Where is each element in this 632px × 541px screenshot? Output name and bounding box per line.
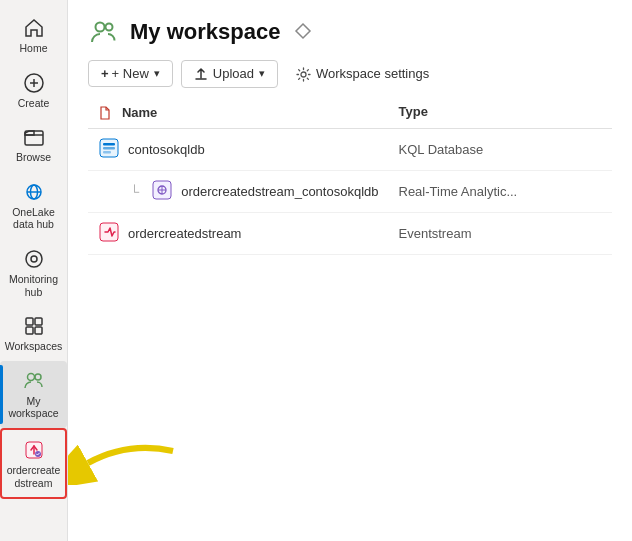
table-header-row: Name Type xyxy=(88,96,612,129)
svg-point-19 xyxy=(106,24,113,31)
workspace-title-row: My workspace xyxy=(88,16,612,48)
sidebar-label-ordercreatedstream: ordercreate dstream xyxy=(7,464,61,489)
row-name-rtanalytic: ordercreatedstream_contosokqldb xyxy=(181,184,378,199)
items-table: Name Type xyxy=(88,96,612,255)
new-plus-icon: + xyxy=(101,66,109,81)
col-header-name: Name xyxy=(88,96,389,129)
header: My workspace + + New ▾ xyxy=(68,0,632,96)
sidebar-label-my-workspace: My workspace xyxy=(8,395,58,420)
sidebar-item-workspaces[interactable]: Workspaces xyxy=(0,306,67,361)
name-cell-child: └ ordercreatedstream_contosokqldb xyxy=(88,170,389,212)
eventstream-icon xyxy=(98,221,120,246)
svg-rect-23 xyxy=(103,147,115,150)
name-cell-eventstream: ordercreatedstream xyxy=(88,212,389,254)
svg-point-14 xyxy=(35,374,41,380)
workspace-people-icon xyxy=(88,16,120,48)
name-cell: contosokqldb xyxy=(88,128,389,170)
upload-label: Upload xyxy=(213,66,254,81)
browse-icon xyxy=(22,125,46,149)
file-icon xyxy=(98,104,116,120)
rtanalytic-icon xyxy=(151,179,173,204)
upload-chevron-icon: ▾ xyxy=(259,67,265,80)
svg-rect-11 xyxy=(26,327,33,334)
sidebar-label-monitoring: Monitoring hub xyxy=(9,273,58,298)
workspace-settings-label: Workspace settings xyxy=(316,66,429,81)
sidebar: Home Create Browse xyxy=(0,0,68,541)
svg-rect-24 xyxy=(103,151,111,154)
svg-rect-9 xyxy=(26,318,33,325)
workspace-settings-button[interactable]: Workspace settings xyxy=(286,61,439,87)
sidebar-item-monitoring[interactable]: Monitoring hub xyxy=(0,239,67,306)
col-header-type: Type xyxy=(389,96,613,129)
child-connector-icon: └ xyxy=(130,184,139,199)
workspaces-icon xyxy=(22,314,46,338)
new-button[interactable]: + + New ▾ xyxy=(88,60,173,87)
home-icon xyxy=(22,16,46,40)
upload-button[interactable]: Upload ▾ xyxy=(181,60,278,88)
sidebar-label-home: Home xyxy=(19,42,47,55)
sidebar-item-ordercreatedstream[interactable]: ordercreate dstream xyxy=(0,428,67,499)
table-row[interactable]: └ ordercreatedstream_contosokqldb xyxy=(88,170,612,212)
svg-point-8 xyxy=(31,256,37,262)
premium-diamond-icon xyxy=(294,22,312,43)
upload-icon xyxy=(194,66,208,82)
sidebar-item-create[interactable]: Create xyxy=(0,63,67,118)
sidebar-label-browse: Browse xyxy=(16,151,51,164)
items-table-area: Name Type xyxy=(68,96,632,541)
settings-gear-icon xyxy=(296,66,311,82)
svg-rect-22 xyxy=(103,143,115,146)
sidebar-item-my-workspace[interactable]: My workspace xyxy=(0,361,67,428)
svg-point-7 xyxy=(26,251,42,267)
main-content: My workspace + + New ▾ xyxy=(68,0,632,541)
monitoring-icon xyxy=(22,247,46,271)
svg-point-18 xyxy=(96,23,105,32)
type-cell-eventstream: Eventstream xyxy=(389,212,613,254)
sidebar-label-workspaces: Workspaces xyxy=(5,340,63,353)
sidebar-item-onelake[interactable]: OneLake data hub xyxy=(0,172,67,239)
row-name-ordercreatedstream: ordercreatedstream xyxy=(128,226,241,241)
table-row[interactable]: ordercreatedstream Eventstream xyxy=(88,212,612,254)
new-chevron-icon: ▾ xyxy=(154,67,160,80)
page-title: My workspace xyxy=(130,19,280,45)
onelake-icon xyxy=(22,180,46,204)
kql-db-icon xyxy=(98,137,120,162)
svg-point-13 xyxy=(27,373,34,380)
sidebar-item-home[interactable]: Home xyxy=(0,8,67,63)
svg-point-20 xyxy=(301,72,306,77)
toolbar: + + New ▾ Upload ▾ xyxy=(88,60,612,96)
sidebar-label-onelake: OneLake data hub xyxy=(12,206,55,231)
new-label: + New xyxy=(112,66,149,81)
sidebar-label-create: Create xyxy=(18,97,50,110)
svg-rect-12 xyxy=(35,327,42,334)
ordercreatedstream-sidebar-icon xyxy=(22,438,46,462)
row-name-contosokqldb: contosokqldb xyxy=(128,142,205,157)
type-cell-kql: KQL Database xyxy=(389,128,613,170)
table-row[interactable]: contosokqldb KQL Database xyxy=(88,128,612,170)
create-icon xyxy=(22,71,46,95)
type-cell-rtanalytic: Real-Time Analytic... xyxy=(389,170,613,212)
my-workspace-icon xyxy=(22,369,46,393)
svg-rect-10 xyxy=(35,318,42,325)
sidebar-item-browse[interactable]: Browse xyxy=(0,117,67,172)
